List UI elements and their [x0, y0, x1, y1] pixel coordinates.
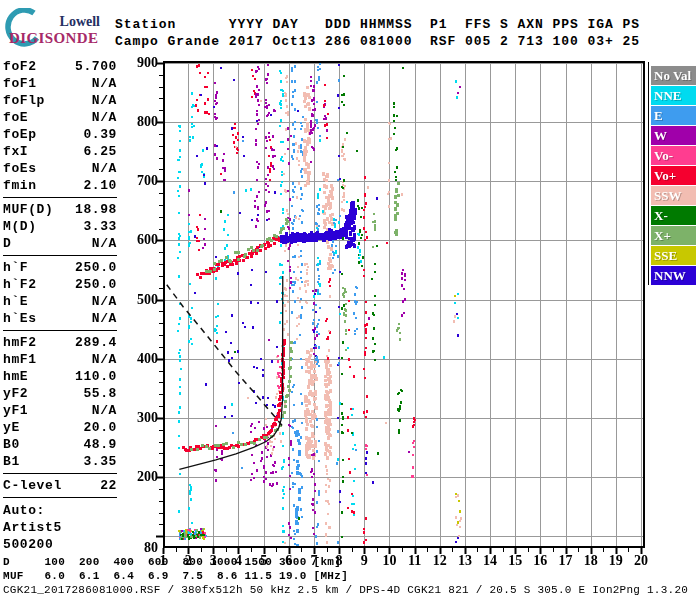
param-label: foF2 [3, 58, 37, 75]
param-row: Artist5 [3, 519, 117, 536]
x-tick-label: 14 [477, 553, 503, 569]
param-label: hmE [3, 368, 28, 385]
param-value: N/A [92, 402, 117, 419]
param-group: C-level22 [3, 477, 117, 494]
param-row: h`EN/A [3, 293, 117, 310]
footer-status-line: CGK21_2017286081000.RSF / 380fx512h 50 k… [3, 584, 688, 596]
param-label: foE [3, 109, 28, 126]
x-tick-label: 13 [452, 553, 478, 569]
panel-divider [3, 497, 117, 498]
doppler-direction-legend: No ValNNEEWVo-Vo+SSWX-X+SSENNW [651, 66, 697, 286]
param-row: hmF1N/A [3, 351, 117, 368]
param-value: N/A [92, 160, 117, 177]
param-row: h`F2250.0 [3, 276, 117, 293]
param-value: N/A [92, 109, 117, 126]
param-value: 250.0 [75, 276, 117, 293]
y-tick-label: 200 [126, 469, 158, 485]
param-label: foEs [3, 160, 37, 177]
x-tick-label: 9 [351, 553, 377, 569]
param-value: N/A [92, 92, 117, 109]
legend-item-vo: Vo- [651, 146, 696, 165]
param-value: 3.35 [83, 453, 117, 470]
panel-divider [3, 473, 117, 474]
param-group: MUF(D)18.98M(D)3.33DN/A [3, 201, 117, 252]
param-value: N/A [92, 235, 117, 252]
param-value: N/A [92, 310, 117, 327]
param-row: hmE110.0 [3, 368, 117, 385]
param-group: h`F250.0h`F2250.0h`EN/Ah`EsN/A [3, 259, 117, 327]
y-tick-label: 800 [126, 114, 158, 130]
param-row: hmF2289.4 [3, 334, 117, 351]
param-row: fmin2.10 [3, 177, 117, 194]
param-value: 20.0 [83, 419, 117, 436]
param-row: foEp0.39 [3, 126, 117, 143]
y-tick-label: 400 [126, 351, 158, 367]
param-label: h`F [3, 259, 28, 276]
y-tick-label: 700 [126, 173, 158, 189]
legend-item-x: X- [651, 206, 696, 225]
parameter-panel: foF25.700foF1N/AfoFlpN/AfoEN/AfoEp0.39fx… [3, 58, 117, 553]
param-group: foF25.700foF1N/AfoFlpN/AfoEN/AfoEp0.39fx… [3, 58, 117, 194]
param-label: Artist5 [3, 519, 62, 536]
param-label: foFlp [3, 92, 45, 109]
param-row: foF1N/A [3, 75, 117, 92]
param-label: hmF1 [3, 351, 37, 368]
legend-item-e: E [651, 106, 696, 125]
param-row: DN/A [3, 235, 117, 252]
y-tick-label: 500 [126, 292, 158, 308]
param-value: 22 [100, 477, 117, 494]
param-row: B048.9 [3, 436, 117, 453]
legend-item-w: W [651, 126, 696, 145]
param-value: N/A [92, 351, 117, 368]
panel-divider [3, 197, 117, 198]
param-value: 5.700 [75, 58, 117, 75]
param-row: M(D)3.33 [3, 218, 117, 235]
param-label: M(D) [3, 218, 37, 235]
param-label: fmin [3, 177, 37, 194]
legend-item-ssw: SSW [651, 186, 696, 205]
param-label: fxI [3, 143, 28, 160]
x-tick-label: 12 [427, 553, 453, 569]
param-row: 500200 [3, 536, 117, 553]
param-value: 110.0 [75, 368, 117, 385]
param-value: N/A [92, 75, 117, 92]
param-value: 55.8 [83, 385, 117, 402]
param-label: yF1 [3, 402, 28, 419]
x-tick-label: 20 [628, 553, 654, 569]
y-tick-label: 300 [126, 410, 158, 426]
param-label: h`F2 [3, 276, 37, 293]
x-tick-label: 17 [553, 553, 579, 569]
param-value: 250.0 [75, 259, 117, 276]
param-label: yF2 [3, 385, 28, 402]
param-label: foF1 [3, 75, 37, 92]
legend-item-sse: SSE [651, 246, 696, 265]
legend-item-x: X+ [651, 226, 696, 245]
param-value: 2.10 [83, 177, 117, 194]
param-row: Auto: [3, 502, 117, 519]
param-row: foEsN/A [3, 160, 117, 177]
param-label: C-level [3, 477, 62, 494]
x-tick-label: 16 [527, 553, 553, 569]
param-row: C-level22 [3, 477, 117, 494]
x-tick-label: 19 [603, 553, 629, 569]
legend-item-vo: Vo+ [651, 166, 696, 185]
y-tick-label: 900 [126, 55, 158, 71]
panel-divider [3, 255, 117, 256]
param-row: h`F250.0 [3, 259, 117, 276]
param-row: yF255.8 [3, 385, 117, 402]
param-label: MUF(D) [3, 201, 53, 218]
param-label: D [3, 235, 11, 252]
param-row: yE20.0 [3, 419, 117, 436]
param-label: foEp [3, 126, 37, 143]
footer-muf-row: MUF 6.0 6.1 6.4 6.9 7.5 8.6 11.5 19.0 [M… [3, 570, 348, 582]
param-label: yE [3, 419, 20, 436]
param-value: 18.98 [75, 201, 117, 218]
x-tick-label: 11 [402, 553, 428, 569]
param-row: foF25.700 [3, 58, 117, 75]
param-row: h`EsN/A [3, 310, 117, 327]
x-tick-label: 10 [376, 553, 402, 569]
x-tick-label: 18 [578, 553, 604, 569]
param-label: h`Es [3, 310, 37, 327]
param-group: hmF2289.4hmF1N/AhmE110.0yF255.8yF1N/AyE2… [3, 334, 117, 470]
param-value: 6.25 [83, 143, 117, 160]
